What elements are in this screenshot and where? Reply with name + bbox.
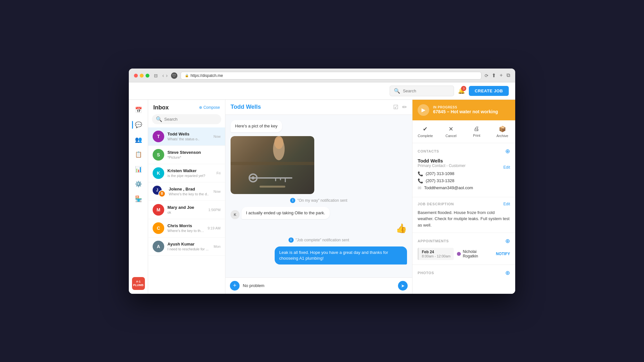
shield-icon: 🛡 — [171, 72, 177, 79]
photos-section: PHOTOS ⊕ — [412, 265, 515, 284]
add-contact-button[interactable]: ⊕ — [505, 148, 510, 155]
list-item[interactable]: C Chris Morris Where's the key to the d.… — [148, 219, 225, 237]
attach-button[interactable]: + — [230, 281, 240, 291]
nav-group[interactable]: 👥 — [132, 133, 145, 146]
cancel-icon: ✕ — [449, 125, 453, 133]
inbox-search-input[interactable] — [164, 117, 217, 122]
minimize-window-btn[interactable] — [140, 74, 144, 78]
photos-title: PHOTOS — [418, 271, 434, 275]
job-id: 67845 – Hot water not working — [433, 109, 498, 114]
complete-icon: ✔ — [423, 125, 428, 133]
inbox-item-time: Now — [213, 135, 221, 138]
share-icon[interactable]: ⬆ — [492, 72, 496, 79]
new-tab-icon[interactable]: + — [500, 72, 503, 79]
browser-chrome: ⊟ ‹ › 🛡 🔒 https://dispatch.me ⟳ ⬆ + ⧉ — [129, 69, 515, 82]
inbox-item-name: Todd Wells — [167, 132, 210, 136]
inbox-item-time: 1:56PM — [208, 208, 221, 212]
inbox-item-info: Kristen Walker is the pipe reparied yet? — [167, 168, 213, 178]
inbox-item-info: Chris Morris Where's the key to the d.. — [167, 223, 204, 233]
inbox-item-name: Ayush Kumar — [167, 242, 211, 246]
thumbs-up-reaction: 👍 — [396, 223, 407, 234]
job-description-section: JOB DESCRIPTION Edit Basement flooded. H… — [412, 197, 515, 233]
play-button[interactable]: ▶ — [418, 104, 429, 116]
job-description-text: Basement flooded. House froze from cold … — [418, 209, 510, 228]
archive-icon: 📦 — [499, 125, 506, 133]
add-photo-button[interactable]: ⊕ — [505, 269, 510, 276]
inbox-item-preview: Whats' the status o.. — [167, 137, 210, 141]
avatar: J B — [153, 186, 166, 197]
appointment-time: 8:00am - 12:00am — [422, 254, 450, 258]
cancel-action[interactable]: ✕ Cancel — [438, 124, 464, 140]
job-desc-title: JOB DESCRIPTION — [418, 202, 454, 206]
maximize-window-btn[interactable] — [146, 74, 149, 78]
refresh-button[interactable]: ⟳ — [485, 73, 488, 78]
contact-phone-1: 📞 (207) 313-1098 — [418, 171, 510, 176]
browser-nav-buttons: ‹ › — [162, 73, 168, 79]
inbox-item-name: Kristen Walker — [167, 168, 213, 173]
nav-settings[interactable]: ⚙️ — [132, 178, 145, 190]
job-info: IN PROGRESS 67845 – Hot water not workin… — [433, 106, 498, 114]
edit-icon[interactable]: ✏ — [402, 104, 407, 111]
list-item[interactable]: T Todd Wells Whats' the status o.. Now — [148, 127, 225, 146]
inbox-item-info: Steve Stevenson *Picture* — [167, 150, 217, 159]
checkmark-icon[interactable]: ☑ — [393, 104, 398, 111]
list-item[interactable]: S Steve Stevenson *Picture* — [148, 146, 225, 164]
avatar: T — [153, 131, 164, 142]
list-item[interactable]: K Kristen Walker is the pipe reparied ye… — [148, 164, 225, 182]
send-button[interactable]: ➤ — [398, 281, 408, 291]
compose-button[interactable]: ⊕ Compose — [199, 105, 220, 110]
job-banner: ▶ IN PROGRESS 67845 – Hot water not work… — [412, 100, 515, 120]
forward-button[interactable]: › — [166, 73, 167, 79]
print-action[interactable]: 🖨 Print — [464, 124, 490, 140]
assignee-name: Nicholai Rogatkin — [463, 249, 493, 258]
inbox-item-info: Ayush Kumar I need to reschedule for ... — [167, 242, 211, 251]
add-appointment-button[interactable]: ⊕ — [505, 237, 510, 245]
nav-report[interactable]: 📋 — [132, 148, 145, 161]
back-button[interactable]: ‹ — [162, 73, 164, 79]
url-bar[interactable]: 🔒 https://dispatch.me — [181, 72, 481, 79]
nav-store[interactable]: 🏪 — [132, 192, 145, 205]
notifications-badge: 3 — [461, 86, 466, 91]
avatar: M — [153, 204, 164, 216]
list-item[interactable]: J B Jolene , Brad Where's the key to the… — [148, 182, 225, 201]
contact-edit-button[interactable]: Edit — [503, 165, 510, 170]
job-status: IN PROGRESS — [433, 106, 498, 109]
sidebar-toggle-icon[interactable]: ⊟ — [154, 73, 158, 78]
traffic-lights — [134, 74, 149, 78]
job-desc-edit-button[interactable]: Edit — [503, 202, 510, 206]
list-item[interactable]: A Ayush Kumar I need to reschedule for .… — [148, 237, 225, 256]
app-body: 📅 💬 👥 📋 📊 ⚙️ 🏪 A·1PLUMB Inbox ⊕ Compose … — [129, 100, 515, 294]
message-bubble: Leak is all fixed. Hope you have a great… — [275, 246, 407, 265]
assignee-avatar-dot — [457, 252, 461, 256]
avatar: S — [153, 149, 164, 161]
list-item[interactable]: M Mary and Joe ok 1:56PM — [148, 201, 225, 219]
phone-icon: 📞 — [418, 178, 423, 183]
chat-input[interactable] — [243, 283, 395, 288]
svg-point-1 — [274, 136, 283, 149]
left-nav: 📅 💬 👥 📋 📊 ⚙️ 🏪 A·1PLUMB — [129, 100, 148, 294]
toolbar-search-input[interactable] — [403, 88, 450, 93]
notify-button[interactable]: NOTIFY — [496, 252, 510, 256]
message-bubble: Here's a pict of the key — [231, 120, 282, 132]
nav-calendar[interactable]: 📅 — [132, 104, 145, 116]
nav-chart[interactable]: 📊 — [132, 163, 145, 176]
contacts-title: CONTACTS — [418, 149, 439, 153]
close-window-btn[interactable] — [134, 74, 138, 78]
inbox-list: T Todd Wells Whats' the status o.. Now S… — [148, 127, 225, 294]
contact-email: ✉ Toddtheman349@aol.com — [418, 185, 510, 190]
contact-phone-2: 📞 (207) 313-1328 — [418, 178, 510, 183]
notification-text: "Job complete" notification sent — [296, 238, 349, 242]
tab-overview-icon[interactable]: ⧉ — [507, 72, 510, 79]
contacts-section: CONTACTS ⊕ Todd Wells Primary Contact - … — [412, 143, 515, 197]
notifications-button[interactable]: 🔔 3 — [458, 87, 465, 94]
nav-chat[interactable]: 💬 — [132, 118, 145, 131]
complete-action[interactable]: ✔ Complete — [412, 124, 438, 140]
toolbar-search-box[interactable]: 🔍 — [390, 86, 454, 96]
complete-label: Complete — [418, 134, 433, 138]
inbox-search-box[interactable]: 🔍 — [152, 114, 221, 124]
app-toolbar: 🔍 🔔 3 CREATE JOB — [129, 82, 515, 100]
create-job-button[interactable]: CREATE JOB — [469, 86, 509, 96]
archive-action[interactable]: 📦 Archive — [489, 124, 515, 140]
k-avatar: K — [231, 210, 240, 219]
inbox-item-preview: Where's the key to the d.. — [169, 192, 210, 196]
